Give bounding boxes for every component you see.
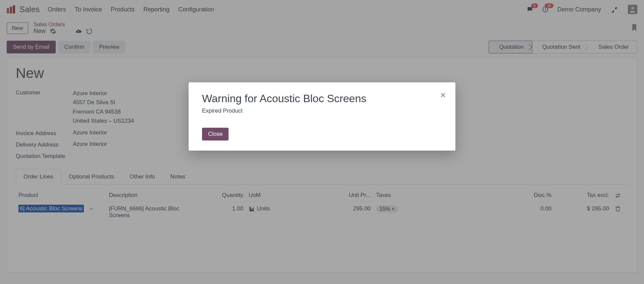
close-button[interactable]: Close (202, 128, 229, 140)
modal-overlay[interactable]: Warning for Acoustic Bloc Screens Expire… (0, 0, 644, 284)
dialog-title: Warning for Acoustic Bloc Screens (202, 92, 442, 105)
warning-dialog: Warning for Acoustic Bloc Screens Expire… (189, 82, 455, 151)
close-icon[interactable]: ✕ (440, 91, 446, 100)
dialog-message: Expired Product (202, 108, 442, 114)
